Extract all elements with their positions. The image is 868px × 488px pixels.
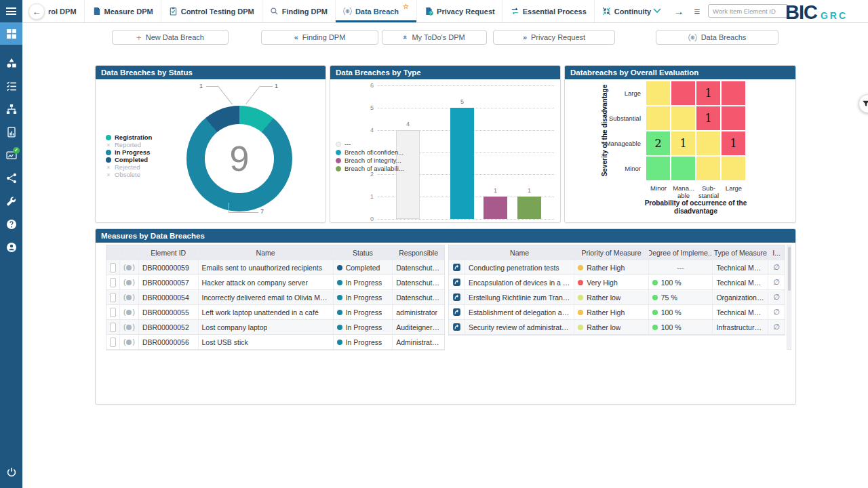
row-checkbox[interactable]	[110, 308, 116, 317]
sidebar-item-hierarchy[interactable]	[0, 98, 22, 121]
sidebar-item-checklist[interactable]	[0, 75, 22, 98]
table-row[interactable]: ()DBR00000057Hacker attack on company se…	[106, 275, 444, 290]
tab-finding-dpm[interactable]: Finding DPM	[262, 0, 336, 22]
legend-item-registration[interactable]: Registration	[106, 134, 152, 141]
heatmap-cell[interactable]	[646, 106, 670, 130]
scrollbar-thumb[interactable]	[788, 247, 791, 291]
action-button-new-data-breach[interactable]: +New Data Breach	[112, 30, 229, 45]
tabs-scroll-left-button[interactable]: ←	[28, 3, 45, 20]
measure-row-icon[interactable]	[452, 323, 461, 331]
heatmap-cell[interactable]	[671, 81, 695, 105]
legend-item-reported[interactable]: ×Reported	[106, 141, 141, 148]
tab-privacy-request[interactable]: Privacy Request	[417, 0, 503, 22]
legend-item-obsolete[interactable]: ×Obsolete	[106, 171, 140, 178]
heatmap-cell[interactable]	[671, 157, 695, 180]
empty-set-icon: ∅	[773, 293, 780, 302]
legend-item--[interactable]: ---	[336, 140, 351, 148]
measure-row-icon[interactable]	[452, 293, 461, 302]
legend-item-rejected[interactable]: ×Rejected	[106, 163, 140, 171]
table-row[interactable]: Security review of administratorsRather …	[449, 320, 785, 335]
heatmap-cell[interactable]: 1	[722, 131, 745, 155]
breach-row-icon[interactable]: ()	[123, 323, 135, 331]
heatmap-cell[interactable]	[722, 106, 745, 130]
tab-list-menu-button[interactable]: ≡	[690, 0, 705, 22]
bar-breach-of-availabili-[interactable]	[517, 197, 541, 219]
heatmap-cell[interactable]	[696, 157, 720, 180]
row-checkbox[interactable]	[110, 323, 116, 332]
breach-row-icon[interactable]: ()	[123, 338, 135, 346]
breach-row-icon[interactable]: ()	[123, 279, 135, 286]
heatmap-cell[interactable]	[722, 157, 745, 180]
sidebar-item-share[interactable]	[0, 167, 22, 190]
filter-fab-button[interactable]	[859, 94, 868, 113]
sidebar-hamburger-button[interactable]	[0, 0, 22, 22]
heatmap-cell[interactable]: 1	[671, 131, 695, 155]
tab-partial[interactable]	[652, 5, 662, 18]
heatmap-cell[interactable]: 1	[696, 81, 720, 105]
sidebar-item-approval[interactable]: ✓	[0, 144, 22, 167]
sidebar-item-logout[interactable]	[0, 461, 22, 484]
action-button-data-breachs[interactable]: Data Breachs	[656, 30, 778, 45]
tabs-scroll-right-button[interactable]: →	[671, 0, 686, 22]
work-item-element-id-input[interactable]	[708, 4, 788, 18]
measure-row-icon[interactable]	[452, 308, 461, 317]
heatmap-cell[interactable]: 1	[696, 106, 720, 130]
sidebar-item-report[interactable]	[0, 121, 22, 144]
heatmap-cell[interactable]	[696, 131, 720, 155]
row-checkbox[interactable]	[110, 263, 116, 272]
measures-grid-scrollbar[interactable]	[787, 245, 791, 350]
row-checkbox[interactable]	[110, 338, 116, 347]
heatmap-cell[interactable]	[646, 157, 670, 180]
bar-value-label: 1	[484, 187, 507, 194]
sidebar-item-wrench[interactable]	[0, 190, 22, 213]
table-row[interactable]: ()DBR00000059Emails sent to unauthorized…	[106, 260, 444, 275]
table-row[interactable]: ()DBR00000052Lost company laptopIn Progr…	[106, 320, 444, 335]
priority-dot-icon	[578, 265, 583, 270]
table-row[interactable]: ()DBR00000055Left work laptop unattended…	[106, 305, 444, 320]
row-checkbox[interactable]	[110, 293, 116, 302]
tab-control-testing-dpm[interactable]: Control Testing DPM	[161, 0, 262, 22]
breach-row-icon[interactable]: ()	[123, 293, 135, 301]
donut-ring[interactable]: 9	[186, 106, 292, 211]
tab-label: Measure DPM	[104, 7, 153, 16]
legend-label: Registration	[115, 134, 152, 141]
action-button-finding-dpm[interactable]: «Finding DPM	[261, 30, 378, 45]
degree-dot-icon	[652, 310, 658, 315]
measure-row-icon[interactable]	[452, 263, 461, 272]
sidebar-item-dashboard[interactable]	[0, 22, 22, 45]
table-row[interactable]: ()DBR00000056Lost USB stickIn ProgressAd…	[106, 335, 444, 350]
table-row[interactable]: Erstellung Richtlinie zum Transp...Rathe…	[449, 290, 785, 305]
heatmap-cell[interactable]	[671, 106, 695, 130]
check-badge-icon: ✓	[13, 147, 20, 154]
tab-continuity-strategy[interactable]: Continuity Strategy	[595, 0, 652, 22]
sidebar-item-account[interactable]	[0, 236, 22, 259]
bar-breach-of-integrity-[interactable]	[484, 197, 507, 219]
table-row[interactable]: Conducting penetration testsRather High-…	[449, 260, 785, 275]
legend-item-breach-of-confiden-[interactable]: Breach of confiden...	[336, 148, 403, 156]
tab-essential-process[interactable]: Essential Process	[503, 0, 595, 22]
legend-item-breach-of-availabili-[interactable]: Breach of availabili...	[336, 165, 404, 172]
row-checkbox[interactable]	[110, 278, 116, 287]
tab-measure-dpm[interactable]: Measure DPM	[85, 0, 161, 22]
legend-item-breach-of-integrity-[interactable]: Breach of integrity...	[336, 157, 401, 164]
sidebar-item-help[interactable]	[0, 213, 22, 236]
heatmap-cell[interactable]: 2	[646, 131, 670, 155]
sidebar-item-shapes[interactable]	[0, 52, 22, 75]
tab-data-breach[interactable]: Data Breach☆	[336, 0, 417, 22]
action-button-privacy-request[interactable]: »Privacy Request	[493, 30, 615, 45]
table-row[interactable]: ()DBR00000054Incorrectly delivered email…	[106, 290, 444, 305]
legend-item-completed[interactable]: Completed	[106, 156, 148, 163]
action-button-my-todo-s-dpm[interactable]: «My ToDo's DPM	[382, 30, 487, 45]
measure-row-icon[interactable]	[452, 278, 461, 287]
table-row[interactable]: Encapsulation of devices in a Fa...Very …	[449, 275, 785, 290]
breach-row-icon[interactable]: ()	[123, 264, 135, 271]
bar-breach-of-confiden-[interactable]	[450, 108, 474, 219]
heatmap-cell[interactable]	[646, 81, 670, 105]
heatmap-cell[interactable]	[722, 81, 745, 105]
breach-row-icon[interactable]: ()	[123, 308, 135, 316]
legend-item-in-progress[interactable]: In Progress	[106, 148, 150, 156]
bar--[interactable]	[396, 130, 420, 219]
empty-set-icon: ∅	[773, 308, 780, 317]
report-icon	[6, 127, 17, 138]
table-row[interactable]: Establishment of delegation arra...Rathe…	[449, 305, 785, 320]
